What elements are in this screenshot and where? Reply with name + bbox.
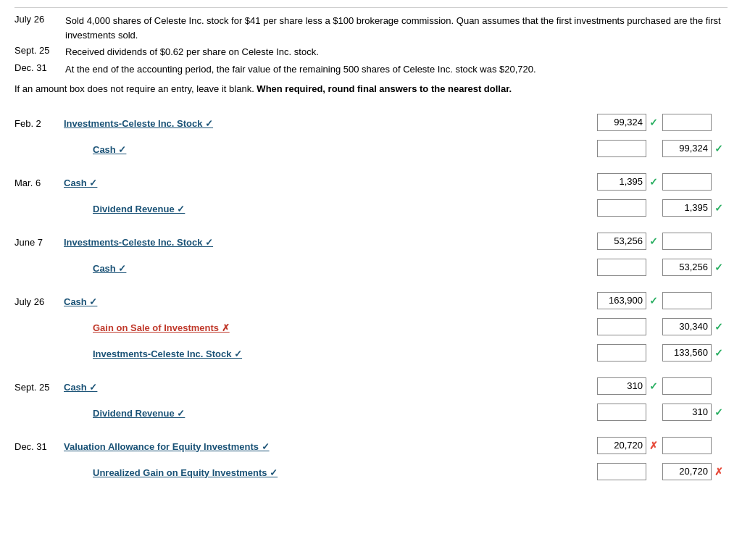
debit-box-mar6-2[interactable]	[597, 199, 646, 217]
account-cash-june7: Cash ✓	[64, 259, 597, 274]
credit-sept25-2: 310 ✓	[662, 404, 728, 421]
account-name-cash-feb2[interactable]: Cash ✓	[93, 144, 126, 155]
credit-box-feb2-1[interactable]	[662, 114, 712, 131]
credit-june7-1	[662, 233, 728, 250]
credit-july26-3: 133,560 ✓	[662, 344, 728, 362]
text-sept25-instr: Received dividends of $0.62 per share on…	[65, 43, 728, 61]
spacer-july26	[14, 370, 728, 377]
blank-note: If an amount box does not require an ent…	[14, 82, 728, 96]
debit-box-july26-3[interactable]	[597, 344, 646, 362]
debit-mar6-2	[597, 199, 662, 217]
date-july26: July 26	[14, 12, 65, 43]
account-name-investments-july26[interactable]: Investments-Celeste Inc. Stock ✓	[93, 348, 242, 359]
credit-box-dec31-1[interactable]	[662, 437, 712, 454]
account-name-divrev-sept25[interactable]: Dividend Revenue ✓	[93, 408, 185, 419]
credit-box-mar6-2[interactable]: 1,395	[662, 199, 712, 217]
date-july26-blank2	[14, 318, 64, 322]
account-cash-mar6: Cash ✓	[64, 173, 597, 188]
debit-box-dec31-1[interactable]: 20,720	[597, 437, 646, 454]
credit-check-feb2-2: ✓	[714, 143, 723, 154]
debit-box-july26-2[interactable]	[597, 318, 646, 335]
account-name-cash-sept25[interactable]: Cash ✓	[64, 382, 97, 393]
debit-box-feb2-1[interactable]: 99,324	[597, 114, 646, 131]
july26-row3: Investments-Celeste Inc. Stock ✓ 133,560…	[14, 344, 728, 366]
debit-box-june7-2[interactable]	[597, 259, 646, 276]
debit-july26-3	[597, 344, 662, 362]
mar6-row2: Dividend Revenue ✓ 1,395 ✓	[14, 199, 728, 221]
date-june7-blank	[14, 259, 64, 263]
debit-box-sept25-1[interactable]: 310	[597, 377, 646, 395]
mar6-row1: Mar. 6 Cash ✓ 1,395 ✓	[14, 173, 728, 195]
debit-box-sept25-2[interactable]	[597, 404, 646, 421]
sept25-row1: Sept. 25 Cash ✓ 310 ✓	[14, 377, 728, 399]
debit-sept25-2	[597, 404, 662, 421]
account-valallow-dec31: Valuation Allowance for Equity Investmen…	[64, 437, 597, 452]
debit-box-july26-1[interactable]: 163,900	[597, 292, 646, 309]
spacer-june7	[14, 285, 728, 292]
credit-box-mar6-1[interactable]	[662, 173, 712, 191]
credit-june7-2: 53,256 ✓	[662, 259, 728, 276]
account-name-investments-june7[interactable]: Investments-Celeste Inc. Stock ✓	[64, 237, 213, 248]
credit-box-july26-1[interactable]	[662, 292, 712, 309]
account-investments-june7: Investments-Celeste Inc. Stock ✓	[64, 233, 597, 248]
credit-box-june7-1[interactable]	[662, 233, 712, 250]
date-sept25: Sept. 25	[14, 377, 64, 393]
date-dec31: Dec. 31	[14, 437, 64, 452]
spacer-sept25	[14, 430, 728, 437]
credit-check-dec31-2: ✗	[714, 466, 723, 477]
account-name-valallow-dec31[interactable]: Valuation Allowance for Equity Investmen…	[64, 441, 270, 452]
account-name-cash-july26[interactable]: Cash ✓	[64, 296, 97, 307]
credit-check-july26-3: ✓	[714, 347, 723, 359]
spacer-feb2	[14, 166, 728, 173]
dec31-row1: Dec. 31 Valuation Allowance for Equity I…	[14, 437, 728, 459]
credit-check-june7-2: ✓	[714, 262, 723, 273]
date-dec31-instr: Dec. 31	[14, 61, 65, 78]
credit-box-july26-3[interactable]: 133,560	[662, 344, 712, 362]
credit-july26-1	[662, 292, 728, 309]
date-feb2-blank	[14, 140, 64, 144]
july26-row2: Gain on Sale of Investments ✗ 30,340 ✓	[14, 318, 728, 340]
credit-box-dec31-2[interactable]: 20,720	[662, 463, 712, 480]
debit-sept25-1: 310 ✓	[597, 377, 662, 395]
debit-check-sept25-1: ✓	[649, 380, 658, 392]
debit-june7-1: 53,256 ✓	[597, 233, 662, 250]
spacer-mar6	[14, 225, 728, 233]
account-name-investments-feb2[interactable]: Investments-Celeste Inc. Stock ✓	[64, 118, 213, 129]
credit-box-sept25-2[interactable]: 310	[662, 404, 712, 421]
debit-check-mar6-1: ✓	[649, 176, 658, 188]
credit-july26-2: 30,340 ✓	[662, 318, 728, 335]
entry-feb2: Feb. 2 Investments-Celeste Inc. Stock ✓ …	[14, 114, 728, 173]
debit-box-dec31-2[interactable]	[597, 463, 646, 480]
feb2-row1: Feb. 2 Investments-Celeste Inc. Stock ✓ …	[14, 114, 728, 135]
debit-box-feb2-2[interactable]	[597, 140, 646, 157]
july26-row1: July 26 Cash ✓ 163,900 ✓	[14, 292, 728, 314]
account-investments-july26: Investments-Celeste Inc. Stock ✓	[64, 344, 597, 359]
text-dec31-instr: At the end of the accounting period, the…	[65, 61, 728, 78]
entry-sept25: Sept. 25 Cash ✓ 310 ✓ Dividend Revenue ✓	[14, 377, 728, 437]
account-name-cash-mar6[interactable]: Cash ✓	[64, 177, 97, 188]
credit-box-july26-2[interactable]: 30,340	[662, 318, 712, 335]
account-name-unrealized-dec31[interactable]: Unrealized Gain on Equity Investments ✓	[93, 467, 278, 478]
debit-july26-1: 163,900 ✓	[597, 292, 662, 309]
account-divrev-sept25: Dividend Revenue ✓	[64, 404, 597, 419]
dec31-row2: Unrealized Gain on Equity Investments ✓ …	[14, 463, 728, 485]
credit-check-sept25-2: ✓	[714, 406, 723, 418]
credit-feb2-2: 99,324 ✓	[662, 140, 728, 157]
entry-mar6: Mar. 6 Cash ✓ 1,395 ✓ Dividend Revenue ✓	[14, 173, 728, 233]
account-name-gainonsale-july26[interactable]: Gain on Sale of Investments ✗	[93, 322, 230, 333]
account-name-cash-june7[interactable]: Cash ✓	[93, 263, 126, 274]
debit-box-june7-1[interactable]: 53,256	[597, 233, 646, 250]
debit-june7-2	[597, 259, 662, 276]
account-cash-sept25: Cash ✓	[64, 377, 597, 393]
debit-box-mar6-1[interactable]: 1,395	[597, 173, 646, 191]
debit-dec31-2	[597, 463, 662, 480]
credit-box-feb2-2[interactable]: 99,324	[662, 140, 712, 157]
credit-dec31-1	[662, 437, 728, 454]
credit-box-sept25-1[interactable]	[662, 377, 712, 395]
credit-box-june7-2[interactable]: 53,256	[662, 259, 712, 276]
credit-mar6-2: 1,395 ✓	[662, 199, 728, 217]
text-july26: Sold 4,000 shares of Celeste Inc. stock …	[65, 12, 728, 43]
sept25-row2: Dividend Revenue ✓ 310 ✓	[14, 404, 728, 425]
account-cash-feb2: Cash ✓	[64, 140, 597, 155]
account-name-divrev-mar6[interactable]: Dividend Revenue ✓	[93, 204, 185, 214]
